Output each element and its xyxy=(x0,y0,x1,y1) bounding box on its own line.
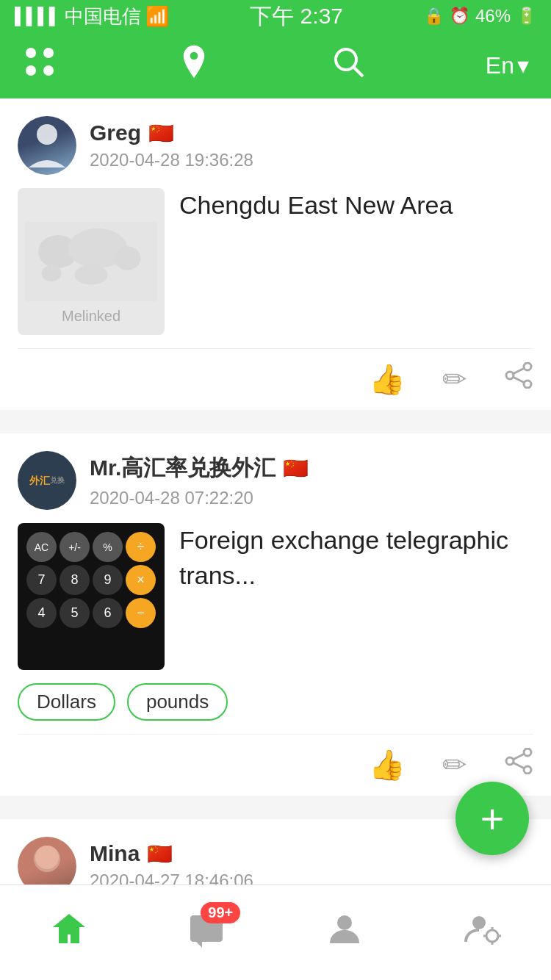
user-info: Mr.高汇率兑换外汇 🇨🇳 2020-04-28 07:22:20 xyxy=(90,453,533,508)
user-flag: 🇨🇳 xyxy=(283,456,309,480)
post-card: Greg 🇨🇳 2020-04-28 19:36:28 Melinked Che… xyxy=(0,98,551,410)
avatar xyxy=(18,116,76,175)
signal-icon: ▌▌▌▌ xyxy=(15,7,60,26)
alarm-icon: ⏰ xyxy=(450,7,469,26)
edit-button[interactable]: ✏ xyxy=(442,748,467,782)
post-image: AC +/- % ÷ 7 8 9 × 4 5 6 − xyxy=(18,523,165,670)
svg-point-44 xyxy=(486,930,498,942)
svg-point-4 xyxy=(336,49,356,70)
svg-point-12 xyxy=(42,265,62,281)
user-name: Greg 🇨🇳 xyxy=(90,120,533,145)
fab-button[interactable]: + xyxy=(455,782,529,855)
tag-pounds[interactable]: pounds xyxy=(127,683,228,721)
user-info: Mina 🇨🇳 2020-04-27 18:46:06 xyxy=(90,841,533,891)
svg-point-43 xyxy=(472,916,486,929)
wifi-icon: 📶 xyxy=(145,5,169,28)
post-text: Foreign exchange telegraphic trans... xyxy=(179,523,533,593)
battery-label: 46% xyxy=(475,6,511,26)
like-button[interactable]: 👍 xyxy=(369,748,406,782)
svg-point-6 xyxy=(37,124,57,145)
svg-point-3 xyxy=(43,65,54,76)
svg-point-13 xyxy=(524,363,531,370)
user-info: Greg 🇨🇳 2020-04-28 19:36:28 xyxy=(90,120,533,170)
avatar: 外汇 兑换 xyxy=(18,451,76,510)
nav-profile[interactable] xyxy=(463,909,501,956)
svg-line-22 xyxy=(514,763,524,768)
bottom-navigation: 99+ xyxy=(0,884,551,980)
nav-contacts[interactable] xyxy=(325,909,364,956)
message-badge: 99+ xyxy=(201,902,240,923)
svg-point-0 xyxy=(26,48,36,58)
post-text: Chengdu East New Area xyxy=(179,188,533,223)
battery-icon: 🔋 xyxy=(516,7,536,26)
language-label: En xyxy=(486,52,514,79)
top-navigation: En ▾ xyxy=(0,32,551,98)
share-button[interactable] xyxy=(504,362,533,397)
nav-messages[interactable]: 99+ xyxy=(187,909,226,956)
post-content: AC +/- % ÷ 7 8 9 × 4 5 6 − Foreign excha… xyxy=(18,523,533,670)
like-button[interactable]: 👍 xyxy=(369,362,406,397)
apps-icon[interactable] xyxy=(22,44,57,87)
svg-point-42 xyxy=(337,915,352,930)
svg-line-21 xyxy=(514,754,524,760)
nav-home[interactable] xyxy=(50,909,88,956)
post-timestamp: 2020-04-28 19:36:28 xyxy=(90,150,533,170)
svg-line-16 xyxy=(514,369,524,374)
svg-point-20 xyxy=(506,757,514,765)
settings-person-icon xyxy=(463,909,501,956)
chevron-down-icon: ▾ xyxy=(517,51,529,79)
status-left: ▌▌▌▌ 中国电信 📶 xyxy=(15,4,169,29)
status-time: 下午 2:37 xyxy=(250,1,343,32)
user-flag: 🇨🇳 xyxy=(147,842,173,866)
svg-point-18 xyxy=(524,749,531,756)
svg-line-17 xyxy=(514,378,524,383)
post-header: Greg 🇨🇳 2020-04-28 19:36:28 xyxy=(18,116,533,175)
post-timestamp: 2020-04-28 07:22:20 xyxy=(90,488,533,508)
post-header: 外汇 兑换 Mr.高汇率兑换外汇 🇨🇳 2020-04-28 07:22:20 xyxy=(18,451,533,510)
svg-point-14 xyxy=(524,381,531,388)
edit-button[interactable]: ✏ xyxy=(442,362,467,397)
carrier-label: 中国电信 xyxy=(65,4,141,29)
post-feed: Greg 🇨🇳 2020-04-28 19:36:28 Melinked Che… xyxy=(0,98,551,980)
post-content: Melinked Chengdu East New Area xyxy=(18,188,533,335)
svg-point-15 xyxy=(506,372,514,379)
user-flag: 🇨🇳 xyxy=(148,121,174,145)
svg-point-19 xyxy=(524,766,531,774)
svg-point-2 xyxy=(26,65,36,76)
share-button[interactable] xyxy=(504,748,533,782)
person-icon xyxy=(325,909,364,956)
status-bar: ▌▌▌▌ 中国电信 📶 下午 2:37 🔒 ⏰ 46% 🔋 xyxy=(0,0,551,32)
post-card: 外汇 兑换 Mr.高汇率兑换外汇 🇨🇳 2020-04-28 07:22:20 … xyxy=(0,433,551,796)
location-icon[interactable] xyxy=(178,44,210,87)
user-name: Mr.高汇率兑换外汇 🇨🇳 xyxy=(90,453,533,483)
melinked-brand: Melinked xyxy=(62,308,120,325)
post-tags: Dollars pounds xyxy=(18,683,533,721)
lock-icon: 🔒 xyxy=(424,7,444,26)
svg-point-24 xyxy=(35,846,59,869)
fab-icon: + xyxy=(480,795,505,843)
svg-point-1 xyxy=(43,48,54,58)
status-right: 🔒 ⏰ 46% 🔋 xyxy=(424,6,536,26)
tag-dollars[interactable]: Dollars xyxy=(18,683,115,721)
post-image: Melinked xyxy=(18,188,165,335)
home-icon xyxy=(50,909,88,956)
svg-line-5 xyxy=(353,67,363,76)
svg-point-10 xyxy=(115,246,141,270)
language-selector[interactable]: En ▾ xyxy=(486,51,529,79)
svg-point-11 xyxy=(75,265,108,285)
post-actions: 👍 ✏ xyxy=(18,734,533,796)
post-actions: 👍 ✏ xyxy=(18,348,533,410)
search-icon[interactable] xyxy=(331,45,365,86)
